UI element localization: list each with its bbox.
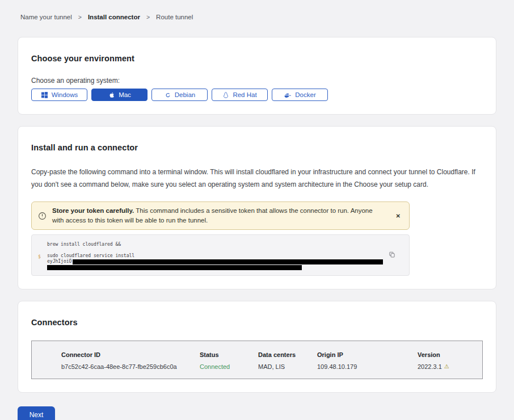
os-button-group: Windows Mac Debian [31,89,483,101]
os-select-label: Choose an operating system: [31,77,483,85]
debian-logo-icon [164,91,171,99]
page: Name your tunnel > Install connector > R… [0,14,514,420]
origin-ip-value: 109.48.10.179 [317,363,418,370]
shell-prompt: $ [38,254,41,259]
redacted-token-bar [47,265,302,270]
version-value: 2022.3.1 ⚠ [418,363,482,370]
data-centers-value: MAD, LIS [258,363,317,370]
docker-whale-icon [284,91,292,99]
os-button-mac[interactable]: Mac [91,89,148,101]
warning-triangle-icon: ⚠ [444,364,449,369]
install-connector-card: Install and run a connector Copy-paste t… [18,126,496,289]
apple-logo-icon [108,91,115,99]
next-button[interactable]: Next [18,406,55,420]
breadcrumb-name-your-tunnel[interactable]: Name your tunnel [20,14,72,20]
install-description: Copy-paste the following command into a … [31,166,483,191]
os-button-label: Windows [52,91,78,98]
table-row: b7c52c42-6caa-48ee-8c77-fbe259cb6c0a Con… [61,363,482,370]
breadcrumb-separator: > [146,14,150,20]
os-button-docker[interactable]: Docker [272,89,328,101]
os-button-windows[interactable]: Windows [31,89,87,101]
os-button-label: Red Hat [233,91,256,98]
code-line-token: eyJhIjoiO [47,259,409,264]
connectors-table-header: Connector ID Status Data centers Origin … [61,351,482,358]
os-button-debian[interactable]: Debian [151,89,208,101]
version-number: 2022.3.1 [418,363,442,370]
redhat-linux-icon [222,91,229,99]
choose-environment-card: Choose your environment Choose an operat… [18,37,496,115]
col-header-status: Status [200,351,258,358]
copy-icon[interactable] [387,250,397,259]
os-button-label: Debian [175,91,195,98]
os-button-label: Mac [119,91,131,98]
windows-logo-icon [41,91,48,99]
install-connector-title: Install and run a connector [31,143,483,152]
status-badge: Connected [200,363,258,370]
col-header-origin-ip: Origin IP [317,351,418,358]
connectors-table: Connector ID Status Data centers Origin … [31,341,483,379]
col-header-version: Version [418,351,482,358]
col-header-data-centers: Data centers [258,351,317,358]
connector-id-value: b7c52c42-6caa-48ee-8c77-fbe259cb6c0a [61,363,200,370]
redacted-token-bar [73,259,383,264]
connectors-card: Connectors Connector ID Status Data cent… [18,301,496,393]
info-circle-icon [38,212,47,220]
code-block: brew install cloudflared && $ sudo cloud… [31,234,410,276]
breadcrumb-install-connector[interactable]: Install connector [88,14,140,20]
os-button-redhat[interactable]: Red Hat [212,89,268,101]
os-button-label: Docker [295,91,315,98]
token-warning-text: Store your token carefully. This command… [52,206,374,225]
col-header-connector-id: Connector ID [61,351,200,358]
code-line-sudo: sudo cloudflared service install [47,253,409,259]
token-warning-bold: Store your token carefully. [52,207,134,214]
token-warning-banner: Store your token carefully. This command… [31,201,410,230]
token-prefix: eyJhIjoiO [47,259,71,264]
breadcrumb-route-tunnel[interactable]: Route tunnel [156,14,193,20]
connectors-title: Connectors [31,318,483,327]
breadcrumb: Name your tunnel > Install connector > R… [20,14,496,20]
code-line-brew: brew install cloudflared && [47,242,409,247]
breadcrumb-separator: > [78,14,82,20]
choose-environment-title: Choose your environment [31,54,483,63]
close-icon[interactable]: ✕ [394,212,403,220]
